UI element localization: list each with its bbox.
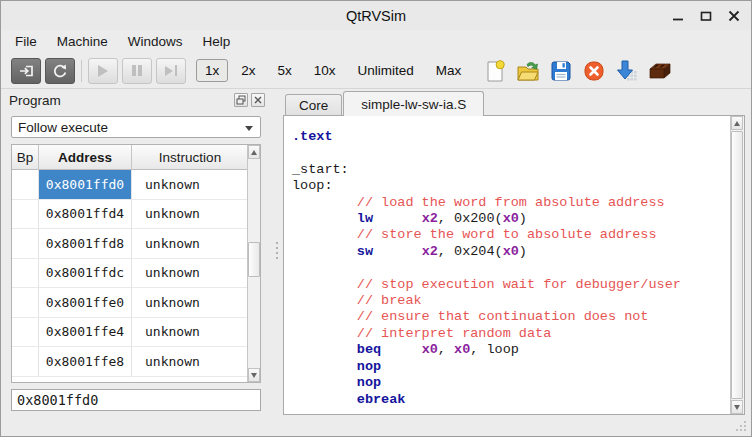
breakpoint-cell[interactable] (12, 347, 39, 377)
minimize-icon[interactable] (671, 9, 685, 23)
window-title: QtRVSim (346, 8, 406, 24)
menu-machine[interactable]: Machine (47, 32, 118, 51)
instruction-cell[interactable]: unknown (132, 200, 249, 230)
download-icon (615, 59, 639, 83)
breakpoint-cell[interactable] (12, 288, 39, 318)
column-header-bp[interactable]: Bp (12, 145, 39, 170)
address-cell[interactable]: 0x8001ffd0 (39, 170, 132, 200)
code-line: // load the word from absolute address (292, 195, 730, 211)
program-table-header: BpAddressInstruction (12, 145, 260, 170)
code-line: // store the word to absolute address (292, 227, 730, 243)
speed-unlimited-button[interactable]: Unlimited (349, 59, 423, 82)
follow-mode-select[interactable]: Follow execute (11, 116, 261, 138)
resize-grip[interactable] (735, 420, 747, 432)
code-line: beq x0, x0, loop (292, 342, 730, 358)
scrollbar-thumb[interactable] (731, 131, 743, 399)
close-source-button[interactable] (581, 58, 607, 84)
instruction-cell[interactable]: unknown (132, 347, 249, 377)
speed-1x-button[interactable]: 1x (196, 59, 228, 82)
machine-reset-button[interactable] (11, 58, 41, 84)
instruction-cell[interactable]: unknown (132, 170, 249, 200)
address-input[interactable]: 0x8001ffd0 (11, 389, 261, 411)
window-controls (671, 1, 741, 30)
table-row: 0x8001ffd8unknown (12, 229, 260, 259)
scrollbar-thumb[interactable] (248, 242, 260, 277)
table-row: 0x8001ffe4unknown (12, 318, 260, 348)
program-panel-title: Program (9, 93, 231, 108)
code-line: lw x2, 0x200(x0) (292, 211, 730, 227)
address-cell[interactable]: 0x8001ffe4 (39, 318, 132, 348)
address-cell[interactable]: 0x8001ffd4 (39, 200, 132, 230)
address-input-value: 0x8001ffd0 (17, 392, 98, 408)
tab-bar: Coresimple-lw-sw-ia.S (283, 91, 745, 115)
menu-windows[interactable]: Windows (118, 32, 193, 51)
brick-icon (647, 59, 673, 83)
status-bar (1, 412, 751, 436)
code-line: loop: (292, 178, 730, 194)
address-cell[interactable]: 0x8001ffe8 (39, 347, 132, 377)
play-icon (98, 65, 108, 77)
step-forward-icon (165, 65, 177, 76)
scroll-up-icon[interactable] (248, 145, 260, 159)
open-folder-icon (516, 59, 540, 83)
menu-file[interactable]: File (5, 32, 47, 51)
main-area: Program Follow execute BpAdd (1, 89, 751, 412)
address-cell[interactable]: 0x8001ffe0 (39, 288, 132, 318)
instruction-cell[interactable]: unknown (132, 259, 249, 289)
speed-5x-button[interactable]: 5x (269, 59, 301, 82)
breakpoint-cell[interactable] (12, 229, 39, 259)
table-row: 0x8001ffe8unknown (12, 347, 260, 377)
run-button[interactable] (88, 58, 118, 84)
save-icon (549, 59, 573, 83)
machine-reload-button[interactable] (45, 58, 75, 84)
title-bar: QtRVSim (1, 1, 751, 30)
program-table-body: 0x8001ffd0unknown0x8001ffd4unknown0x8001… (12, 170, 260, 377)
breakpoint-cell[interactable] (12, 170, 39, 200)
step-button[interactable] (156, 58, 186, 84)
breakpoint-cell[interactable] (12, 200, 39, 230)
code-line: .text (292, 129, 730, 145)
pause-button[interactable] (122, 58, 152, 84)
editor-scrollbar[interactable] (730, 116, 744, 414)
chevron-down-icon (245, 126, 253, 131)
speed-max-button[interactable]: Max (427, 59, 471, 82)
code-line: // ensure that continuation does not (292, 309, 730, 325)
menu-help[interactable]: Help (193, 32, 241, 51)
scroll-down-icon[interactable] (248, 368, 260, 382)
breakpoint-cell[interactable] (12, 259, 39, 289)
scroll-up-icon[interactable] (731, 116, 743, 130)
editor-panel: Coresimple-lw-sw-ia.S .text _start:loop:… (283, 91, 745, 414)
address-cell[interactable]: 0x8001ffdc (39, 259, 132, 289)
program-table-scrollbar[interactable] (247, 145, 260, 382)
code-editor[interactable]: .text _start:loop: // load the word from… (283, 115, 745, 415)
close-icon[interactable] (727, 9, 741, 23)
code-area[interactable]: .text _start:loop: // load the word from… (285, 117, 730, 413)
new-source-button[interactable] (482, 58, 508, 84)
speed-2x-button[interactable]: 2x (232, 59, 264, 82)
download-memory-button[interactable] (614, 58, 640, 84)
instruction-cell[interactable]: unknown (132, 318, 249, 348)
program-panel: Program Follow execute BpAdd (1, 89, 271, 411)
dock-close-button[interactable] (251, 93, 265, 107)
column-header-address[interactable]: Address (39, 145, 132, 170)
maximize-icon[interactable] (699, 9, 713, 23)
save-source-button[interactable] (548, 58, 574, 84)
toolbar-separator (81, 60, 82, 82)
float-icon (236, 95, 246, 105)
instruction-cell[interactable]: unknown (132, 229, 249, 259)
speed-10x-button[interactable]: 10x (305, 59, 345, 82)
instruction-cell[interactable]: unknown (132, 288, 249, 318)
toolbar: 1x2x5x10xUnlimitedMax (1, 53, 751, 89)
code-line: _start: (292, 162, 730, 178)
open-source-button[interactable] (515, 58, 541, 84)
dock-float-button[interactable] (234, 93, 248, 107)
breakpoint-cell[interactable] (12, 318, 39, 348)
compile-button[interactable] (647, 58, 673, 84)
scroll-down-icon[interactable] (731, 400, 743, 414)
tab-simple-lw-sw-ia-s[interactable]: simple-lw-sw-ia.S (343, 91, 484, 116)
panel-splitter[interactable] (271, 89, 283, 411)
column-header-instruction[interactable]: Instruction (132, 145, 249, 170)
program-table: BpAddressInstruction 0x8001ffd0unknown0x… (11, 144, 261, 383)
address-cell[interactable]: 0x8001ffd8 (39, 229, 132, 259)
tab-core[interactable]: Core (285, 94, 342, 115)
